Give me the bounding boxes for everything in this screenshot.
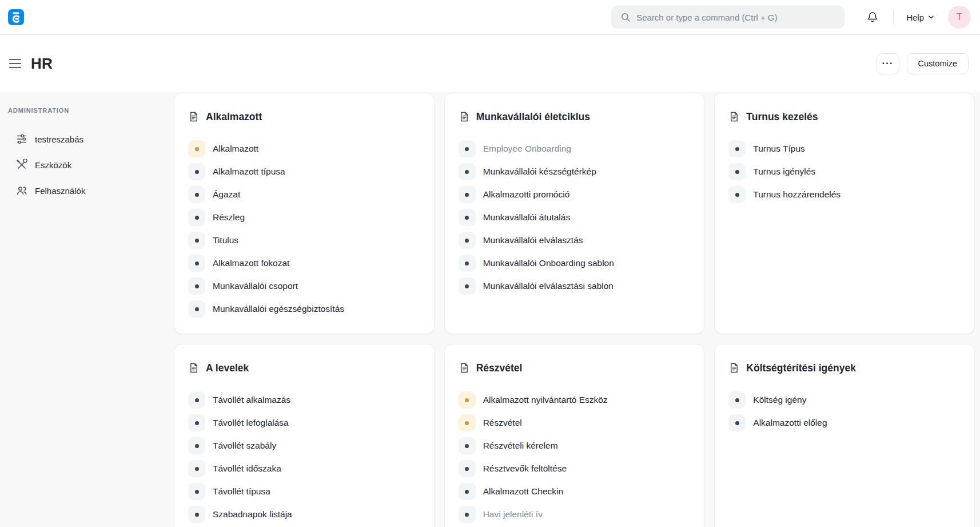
dot-indicator [459, 140, 476, 157]
user-avatar[interactable]: T [948, 6, 971, 29]
card-header: Részvétel [459, 359, 691, 377]
card-link-label: Részvételi kérelem [483, 441, 558, 451]
dot [195, 193, 199, 197]
card-link[interactable]: Ágazat [188, 186, 420, 203]
card-link-label: Részvétel [483, 418, 522, 428]
card-link[interactable]: Részleg [188, 209, 420, 226]
more-options-button[interactable]: ··· [877, 53, 899, 74]
dot [465, 261, 469, 266]
dot [735, 147, 739, 151]
card-link[interactable]: Turnus hozzárendelés [728, 186, 961, 203]
workspace-main: AlkalmazottAlkalmazottAlkalmazott típusa… [166, 92, 980, 527]
dot-indicator [188, 391, 205, 409]
dot [465, 170, 469, 174]
card-header: Turnus kezelés [728, 108, 961, 125]
navbar-right-cluster: Help T [611, 6, 971, 29]
card-link[interactable]: Távollét alkalmazás [188, 391, 420, 409]
dot-indicator [188, 414, 205, 431]
card-link[interactable]: Alkalmazott típusa [188, 163, 420, 180]
search-input[interactable] [611, 6, 844, 29]
app-logo-button[interactable] [8, 9, 24, 25]
card-link[interactable]: Munkavállalói készségtérkép [459, 163, 691, 180]
orange-dot-indicator [459, 414, 476, 431]
tools-icon [16, 159, 27, 171]
sidebar-item-testreszabas[interactable]: testreszabás [8, 131, 160, 147]
card-link[interactable]: Munkavállalói csoport [188, 278, 420, 295]
erpnext-logo-icon [8, 9, 24, 25]
page-header: HR ··· Customize [0, 35, 980, 92]
card-link-list: Alkalmazott nyilvántartó EszközRészvétel… [459, 391, 691, 523]
card-link-label: Távollét szabály [213, 441, 276, 451]
card-link[interactable]: Szabadnapok listája [188, 506, 420, 523]
card-link[interactable]: Munkavállalói elválasztási sablon [459, 278, 691, 295]
card-link-label: Munkavállalói készségtérkép [483, 167, 596, 177]
dot-indicator [728, 186, 746, 203]
card-link[interactable]: Employee Onboarding [459, 140, 691, 157]
dot [465, 284, 469, 288]
card-link-list: AlkalmazottAlkalmazott típusaÁgazatRészl… [188, 140, 420, 318]
navbar-divider [893, 10, 894, 25]
card-link-label: Alkalmazott Checkin [483, 486, 563, 497]
card-title: Alkalmazott [206, 111, 262, 123]
dot-indicator [188, 483, 205, 500]
users-icon [16, 185, 27, 196]
card-link-list: Employee OnboardingMunkavállalói készség… [459, 140, 691, 295]
cards-grid: AlkalmazottAlkalmazottAlkalmazott típusa… [174, 93, 974, 527]
sidebar-item-label: testreszabás [35, 134, 83, 144]
help-menu-button[interactable]: Help [906, 13, 934, 22]
card-link[interactable]: Turnus igénylés [728, 163, 961, 180]
dot [195, 398, 199, 402]
card-link[interactable]: Alkalmazott nyilvántartó Eszköz [459, 391, 691, 409]
card-link[interactable]: Távollét típusa [188, 483, 420, 500]
dot-indicator [459, 437, 476, 454]
dot-indicator [728, 414, 746, 431]
dot-indicator [728, 140, 746, 157]
dot-indicator [188, 437, 205, 454]
card-link[interactable]: Munkavállalói átutalás [459, 209, 691, 226]
card-link[interactable]: Alkalmazott fokozat [188, 255, 420, 272]
card-link[interactable]: Alkalmazott [188, 140, 420, 157]
card-link[interactable]: Költség igény [728, 391, 961, 409]
card-link[interactable]: Alkalmazott Checkin [459, 483, 691, 500]
card-link-label: Távollét típusa [213, 486, 270, 497]
sidebar-item-eszkozok[interactable]: Eszközök [8, 157, 160, 173]
card-link-label: Munkavállalói elválasztási sablon [483, 281, 614, 291]
card-link[interactable]: Távollét szabály [188, 437, 420, 454]
card-link-label: Titulus [213, 235, 238, 245]
card-link[interactable]: Titulus [188, 232, 420, 249]
card-link[interactable]: Turnus Típus [728, 140, 961, 157]
dot-indicator [188, 209, 205, 226]
card-link[interactable]: Részvételi kérelem [459, 437, 691, 454]
dot [195, 239, 199, 243]
dot [195, 147, 199, 151]
card-link[interactable]: Havi jelenléti ív [459, 506, 691, 523]
card-link[interactable]: Alkalmazotti promóció [459, 186, 691, 203]
card-link[interactable]: Távollét lefoglalása [188, 414, 420, 431]
card-link[interactable]: Távollét időszaka [188, 460, 420, 477]
customize-button[interactable]: Customize [907, 53, 969, 74]
card-link-label: Távollét időszaka [213, 463, 281, 474]
workspace-card-a-levelek: A levelekTávollét alkalmazásTávollét lef… [174, 344, 434, 527]
card-link[interactable]: Alkalmazotti előleg [728, 414, 961, 431]
card-link-label: Alkalmazott nyilvántartó Eszköz [483, 395, 608, 405]
dot [195, 421, 199, 425]
dot-indicator [459, 186, 476, 203]
card-link-label: Munkavállalói csoport [213, 281, 298, 291]
card-link-label: Alkalmazott [213, 144, 258, 154]
card-link[interactable]: Résztvevők feltöltése [459, 460, 691, 477]
dot [195, 444, 199, 448]
card-link[interactable]: Részvétel [459, 414, 691, 431]
dot-indicator [188, 186, 205, 203]
sidebar-item-label: Eszközök [35, 160, 71, 170]
sidebar-toggle-button[interactable] [9, 59, 21, 68]
card-link-label: Távollét alkalmazás [213, 395, 290, 405]
sidebar-item-felhasznalok[interactable]: Felhasználók [8, 183, 160, 199]
card-link[interactable]: Munkavállalói egészségbiztosítás [188, 300, 420, 318]
card-link-label: Turnus igénylés [753, 167, 815, 177]
card-link[interactable]: Munkavállalói elválasztás [459, 232, 691, 249]
notifications-button[interactable] [866, 11, 879, 23]
dot [735, 170, 739, 174]
card-link[interactable]: Munkavállalói Onboarding sablon [459, 255, 691, 272]
orange-dot-indicator [188, 140, 205, 157]
card-link-label: Költség igény [753, 395, 806, 405]
